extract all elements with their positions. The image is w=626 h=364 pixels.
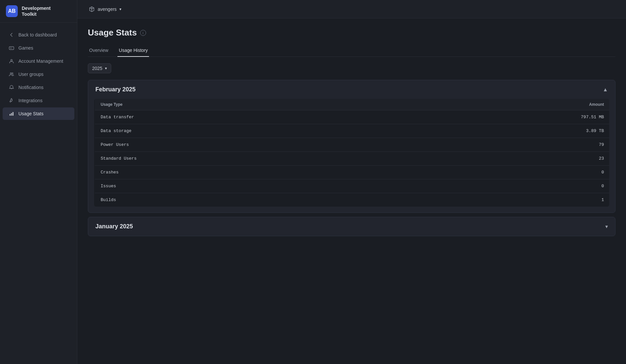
usage-type: Standard Users xyxy=(95,152,392,166)
svg-rect-7 xyxy=(11,113,12,116)
usage-type: Data storage xyxy=(95,124,392,138)
usage-amount: 1 xyxy=(392,193,609,207)
usage-amount: 0 xyxy=(392,166,609,179)
month-header-feb[interactable]: February 2025 ▲ xyxy=(88,80,615,99)
sidebar-item-user-groups-label: User groups xyxy=(18,72,43,77)
sidebar-item-notifications[interactable]: Notifications xyxy=(3,81,74,94)
sidebar-item-account-label: Account Management xyxy=(18,58,63,64)
tabs: Overview Usage History xyxy=(88,44,615,57)
svg-point-5 xyxy=(12,100,12,100)
chevron-up-icon: ▲ xyxy=(603,87,608,93)
page-header: Usage Stats i xyxy=(88,28,615,38)
sidebar: AB DevelopmentToolkit Back to dashboard … xyxy=(0,0,77,364)
svg-point-3 xyxy=(10,73,12,74)
back-icon xyxy=(9,32,14,38)
sidebar-item-integrations[interactable]: Integrations xyxy=(3,94,74,107)
sidebar-item-user-groups[interactable]: User groups xyxy=(3,68,74,80)
month-header-jan[interactable]: January 2025 ▾ xyxy=(88,217,615,236)
org-name: avengers xyxy=(98,7,117,12)
sidebar-item-usage-stats-label: Usage Stats xyxy=(18,111,43,116)
chevron-down-icon: ▾ xyxy=(119,7,121,11)
usage-type: Builds xyxy=(95,193,392,207)
month-title-jan: January 2025 xyxy=(95,223,133,230)
info-icon[interactable]: i xyxy=(140,30,146,36)
page-title: Usage Stats xyxy=(88,28,137,38)
table-inner-feb: Usage Type Amount Data transfer 797.51 M… xyxy=(94,99,609,207)
usage-amount: 3.89 TB xyxy=(392,124,609,138)
table-wrapper-feb: Usage Type Amount Data transfer 797.51 M… xyxy=(88,99,615,213)
games-icon xyxy=(9,45,14,51)
sidebar-item-games-label: Games xyxy=(18,45,33,51)
table-row: Builds 1 xyxy=(95,193,609,207)
year-value: 2025 xyxy=(92,66,102,71)
sidebar-item-account[interactable]: Account Management xyxy=(3,55,74,67)
topbar: avengers ▾ xyxy=(77,0,626,18)
svg-point-1 xyxy=(12,48,13,49)
month-section-jan: January 2025 ▾ xyxy=(88,217,615,236)
bell-icon xyxy=(9,84,14,90)
svg-rect-8 xyxy=(13,112,13,116)
chart-icon xyxy=(9,111,14,117)
table-row: Crashes 0 xyxy=(95,166,609,179)
svg-point-2 xyxy=(11,59,13,61)
main-content: avengers ▾ Usage Stats i Overview Usage … xyxy=(77,0,626,364)
table-body-feb: Data transfer 797.51 MB Data storage 3.8… xyxy=(95,110,609,207)
chevron-down-icon: ▾ xyxy=(605,223,608,230)
sidebar-item-integrations-label: Integrations xyxy=(18,98,42,103)
table-row: Standard Users 23 xyxy=(95,152,609,166)
account-icon xyxy=(9,58,14,64)
usage-type: Issues xyxy=(95,179,392,193)
svg-point-4 xyxy=(12,73,13,74)
content-area: Usage Stats i Overview Usage History 202… xyxy=(77,18,626,364)
col-usage-type: Usage Type xyxy=(95,99,392,110)
sidebar-item-games[interactable]: Games xyxy=(3,42,74,54)
usage-amount: 797.51 MB xyxy=(392,110,609,124)
sidebar-item-usage-stats[interactable]: Usage Stats xyxy=(3,107,74,120)
rocket-icon xyxy=(9,98,14,103)
table-row: Issues 0 xyxy=(95,179,609,193)
tab-usage-history[interactable]: Usage History xyxy=(117,44,149,57)
sidebar-nav: Back to dashboard Games Account Manageme… xyxy=(0,23,77,364)
svg-rect-6 xyxy=(10,114,11,116)
sidebar-item-back-label: Back to dashboard xyxy=(18,32,57,37)
tab-overview[interactable]: Overview xyxy=(88,44,110,57)
logo-icon: AB xyxy=(6,5,18,17)
usage-amount: 0 xyxy=(392,179,609,193)
org-selector[interactable]: avengers ▾ xyxy=(85,4,125,14)
usage-amount: 79 xyxy=(392,138,609,152)
app-logo: AB DevelopmentToolkit xyxy=(0,0,77,23)
year-selector[interactable]: 2025 ▾ xyxy=(88,63,111,73)
sidebar-item-notifications-label: Notifications xyxy=(18,85,43,90)
usage-table-feb: Usage Type Amount Data transfer 797.51 M… xyxy=(95,99,609,207)
table-row: Data storage 3.89 TB xyxy=(95,124,609,138)
usage-type: Power Users xyxy=(95,138,392,152)
org-cube-icon xyxy=(88,6,95,12)
col-amount: Amount xyxy=(392,99,609,110)
month-title-feb: February 2025 xyxy=(95,86,136,93)
table-row: Data transfer 797.51 MB xyxy=(95,110,609,124)
month-section-feb: February 2025 ▲ Usage Type Amount xyxy=(88,80,615,213)
usage-type: Crashes xyxy=(95,166,392,179)
chevron-down-icon: ▾ xyxy=(105,66,107,71)
table-row: Power Users 79 xyxy=(95,138,609,152)
app-name: DevelopmentToolkit xyxy=(22,5,51,17)
svg-rect-0 xyxy=(9,47,14,50)
usage-amount: 23 xyxy=(392,152,609,166)
table-header-row: Usage Type Amount xyxy=(95,99,609,110)
usage-type: Data transfer xyxy=(95,110,392,124)
sidebar-item-back[interactable]: Back to dashboard xyxy=(3,29,74,41)
users-icon xyxy=(9,71,14,77)
